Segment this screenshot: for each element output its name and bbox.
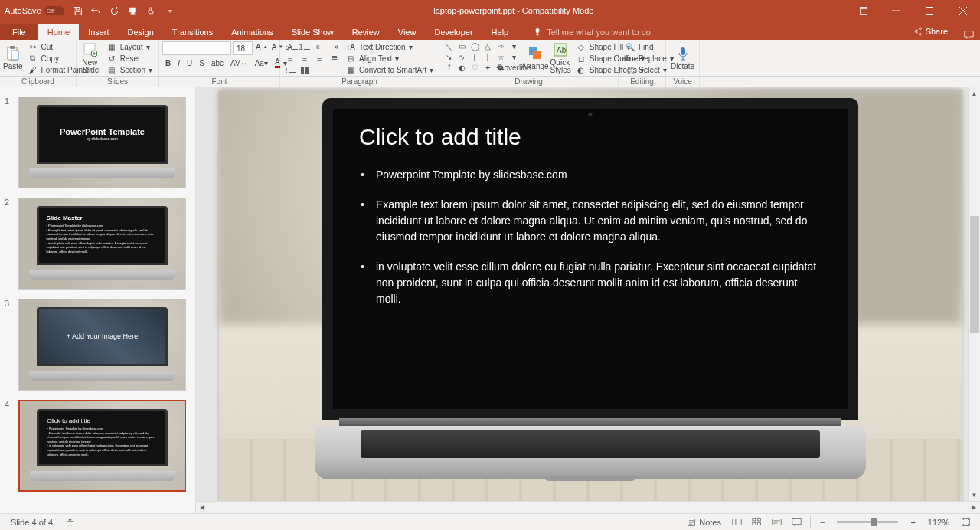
tell-me-search[interactable]: Tell me what you want to do	[524, 24, 660, 40]
bullet-item[interactable]: in voluptate velit esse cillum dolore eu…	[359, 259, 822, 307]
notes-button[interactable]: Notes	[681, 514, 727, 531]
reading-view-icon[interactable]	[767, 514, 787, 531]
shape-line-icon[interactable]: ＼	[443, 41, 455, 51]
tab-file[interactable]: File	[0, 24, 38, 40]
justify-icon[interactable]: ≣	[327, 53, 341, 64]
scroll-right-icon[interactable]: ▶	[968, 502, 980, 514]
shape-sun-icon[interactable]: ✦	[482, 63, 494, 73]
tab-transitions[interactable]: Transitions	[163, 24, 222, 40]
qat-customize-icon[interactable]: ▾	[161, 0, 179, 21]
shapes-gallery[interactable]: ＼▭◯△⇨▾ ↘∿{}☆▾ ⤴◐♡✦☁�overline	[443, 41, 520, 73]
redo-icon[interactable]	[106, 0, 124, 21]
shape-star-icon[interactable]: ☆	[495, 52, 507, 62]
scroll-thumb[interactable]	[970, 216, 979, 332]
slide-counter[interactable]: Slide 4 of 4	[5, 514, 59, 531]
shape-rbrace-icon[interactable]: }	[482, 52, 494, 62]
slide-thumbnail-panel[interactable]: 1 PowerPoint Templateby slidesbase.com 2…	[0, 87, 196, 513]
tab-review[interactable]: Review	[343, 24, 389, 40]
scroll-left-icon[interactable]: ◀	[196, 502, 208, 514]
shape-expand-icon[interactable]: �overline	[508, 63, 520, 73]
bold-icon[interactable]: B	[162, 57, 174, 68]
slide-thumbnail-4[interactable]: 4 Click to add title• Powerpoint Templat…	[0, 397, 195, 498]
autosave-switch-icon[interactable]: Off	[44, 6, 64, 15]
font-size-combo[interactable]: 18	[233, 41, 253, 55]
shape-rect-icon[interactable]: ▭	[456, 41, 468, 51]
slide-title-placeholder[interactable]: Click to add title	[359, 124, 822, 150]
shape-arrow-icon[interactable]: ⇨	[495, 41, 507, 51]
tab-view[interactable]: View	[389, 24, 426, 40]
comments-icon[interactable]	[957, 30, 980, 40]
shape-triangle-icon[interactable]: △	[482, 41, 494, 51]
slide-sorter-view-icon[interactable]	[747, 514, 767, 531]
tab-slideshow[interactable]: Slide Show	[283, 24, 343, 40]
shape-heart-icon[interactable]: ♡	[469, 63, 481, 73]
zoom-out-icon[interactable]: −	[814, 514, 831, 531]
shape-more1-icon[interactable]: ▾	[508, 41, 520, 51]
scroll-up-icon[interactable]: ▲	[969, 87, 980, 100]
columns-icon[interactable]: ▮▮	[298, 64, 312, 75]
slide-canvas[interactable]: Click to add title Powerpoint Template b…	[196, 87, 968, 501]
line-spacing-icon[interactable]: ↕☰	[283, 64, 297, 75]
align-center-icon[interactable]: ≡	[298, 53, 312, 64]
slide-body-placeholder[interactable]: Powerpoint Template by slidesbase.com Ex…	[359, 167, 822, 307]
autosave-toggle[interactable]: AutoSave Off	[5, 6, 64, 15]
increase-indent-icon[interactable]: ⇥	[327, 41, 341, 52]
zoom-slider[interactable]	[837, 521, 898, 523]
save-icon[interactable]	[69, 0, 87, 21]
new-slide-button[interactable]: New Slide	[80, 41, 102, 75]
vertical-scrollbar[interactable]: ▲ ▼	[968, 87, 980, 501]
decrease-indent-icon[interactable]: ⇤	[312, 41, 326, 52]
shape-curve-icon[interactable]: ∿	[456, 52, 468, 62]
reset-button[interactable]: ↺Reset	[103, 53, 155, 64]
laptop-screen-content[interactable]: Click to add title Powerpoint Template b…	[322, 98, 858, 420]
arrange-button[interactable]: Arrange	[521, 41, 549, 75]
strikethrough-icon[interactable]: abc	[208, 57, 227, 68]
share-button[interactable]: Share	[903, 23, 957, 40]
slideshow-view-icon[interactable]	[787, 514, 807, 531]
layout-button[interactable]: ▦Layout ▾	[103, 41, 155, 52]
align-left-icon[interactable]: ≡	[283, 53, 297, 64]
bullet-item[interactable]: Example text lorem ipsum dolor sit amet,…	[359, 197, 822, 245]
tab-design[interactable]: Design	[119, 24, 163, 40]
text-direction-button[interactable]: ↕AText Direction ▾	[342, 41, 436, 52]
dictate-button[interactable]: Dictate	[669, 41, 696, 75]
touch-mode-icon[interactable]	[142, 0, 161, 21]
zoom-in-icon[interactable]: +	[904, 514, 921, 531]
slide-thumbnail-1[interactable]: 1 PowerPoint Templateby slidesbase.com	[0, 93, 195, 195]
horizontal-scrollbar[interactable]: ◀ ▶	[196, 501, 980, 513]
scroll-down-icon[interactable]: ▼	[969, 489, 980, 501]
undo-icon[interactable]	[87, 0, 106, 21]
underline-icon[interactable]: U	[184, 57, 195, 68]
align-text-button[interactable]: ⊟Align Text ▾	[342, 53, 436, 64]
paste-button[interactable]: Paste	[3, 41, 23, 75]
zoom-slider-handle[interactable]	[871, 518, 877, 526]
tab-insert[interactable]: Insert	[79, 24, 119, 40]
shape-connector-icon[interactable]: ⤴	[443, 63, 455, 73]
start-from-beginning-icon[interactable]	[124, 0, 142, 21]
quick-styles-button[interactable]: Abc Quick Styles	[550, 41, 571, 75]
normal-view-icon[interactable]	[727, 514, 747, 531]
minimize-icon[interactable]	[879, 0, 913, 21]
tab-animations[interactable]: Animations	[222, 24, 282, 40]
change-case-icon[interactable]: Aa▾	[252, 57, 271, 68]
tab-help[interactable]: Help	[482, 24, 518, 40]
shape-more2-icon[interactable]: ▾	[508, 52, 520, 62]
tab-home[interactable]: Home	[38, 24, 79, 40]
ribbon-display-options-icon[interactable]	[848, 6, 879, 15]
shape-line2-icon[interactable]: ↘	[443, 52, 455, 62]
maximize-icon[interactable]	[913, 0, 946, 21]
accessibility-checker-icon[interactable]	[59, 514, 81, 531]
increase-font-icon[interactable]: A▴	[254, 41, 269, 52]
fit-to-window-icon[interactable]	[956, 514, 975, 531]
italic-icon[interactable]: I	[175, 57, 183, 68]
shape-callout-icon[interactable]: ◐	[456, 63, 468, 73]
slide-thumbnail-2[interactable]: 2 Slide Master• Powerpoint Template by s…	[0, 195, 195, 296]
char-spacing-icon[interactable]: AV↔	[227, 57, 251, 68]
current-slide[interactable]: Click to add title Powerpoint Template b…	[219, 90, 962, 501]
bullet-item[interactable]: Powerpoint Template by slidesbase.com	[359, 167, 822, 183]
align-right-icon[interactable]: ≡	[312, 53, 326, 64]
tab-developer[interactable]: Developer	[425, 24, 482, 40]
convert-smartart-button[interactable]: ▦Convert to SmartArt ▾	[342, 64, 436, 75]
slide-thumbnail-3[interactable]: 3 + Add Your Image Here	[0, 296, 195, 397]
shadow-icon[interactable]: S	[196, 57, 207, 68]
